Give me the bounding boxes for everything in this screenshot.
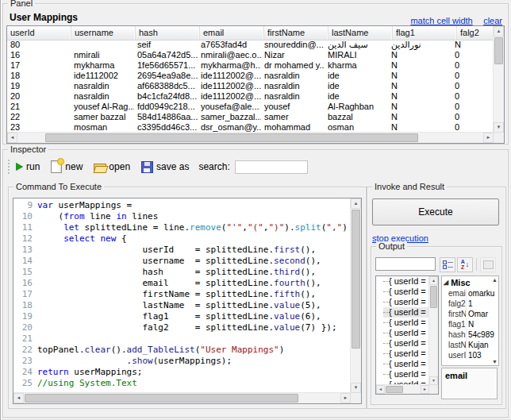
table-cell: af668388dc5...	[134, 81, 198, 91]
scroll-up-icon[interactable]: ▲	[429, 276, 438, 285]
scroll-down-icon[interactable]: ▼	[492, 359, 498, 364]
clear-link[interactable]: clear	[483, 16, 502, 25]
property-name: hash	[442, 329, 467, 340]
tree-item[interactable]: { userId = 10	[383, 359, 429, 369]
scroll-left-icon[interactable]: ◄	[376, 385, 385, 394]
property-row[interactable]: emailomarku	[442, 288, 498, 299]
table-row[interactable]: 22samer bazzal584d14886aa...samer_bazzal…	[7, 112, 494, 122]
tree-item[interactable]: { userId = 10	[383, 338, 429, 349]
property-row[interactable]: lastNameKujan	[442, 340, 498, 350]
property-row[interactable]: flag1N	[442, 319, 498, 329]
property-row[interactable]: firstNameOmar	[442, 309, 498, 319]
table-row[interactable]: 19nasraldinaf668388dc5...ide1112002@...n…	[7, 81, 494, 91]
code-line: 23 .show(userMappings);	[13, 356, 351, 367]
tree-item[interactable]: { userId = 10	[383, 349, 429, 359]
table-cell: yousefa@ale...	[198, 102, 261, 112]
scroll-left-icon[interactable]: ◄	[13, 393, 24, 403]
scroll-up-icon[interactable]: ▲	[494, 26, 504, 37]
code-editor[interactable]: 9var userMappings =10 (from line in line…	[13, 198, 362, 404]
code-area[interactable]: 9var userMappings =10 (from line in line…	[13, 198, 351, 393]
table-horizontal-scrollbar[interactable]: ◄ ►	[7, 132, 494, 143]
table-row[interactable]: 20nasraldinb4c1cfa24fd8...ide1112002@...…	[7, 91, 494, 102]
table-row[interactable]: 17mykharma1fe56d65571...mykharma@h...dr …	[7, 60, 494, 71]
save-as-button[interactable]: save as	[138, 160, 192, 175]
scroll-down-icon[interactable]: ▼	[351, 383, 361, 393]
new-button[interactable]: new	[48, 159, 86, 175]
table-cell: yousef	[261, 102, 325, 112]
scroll-up-icon[interactable]: ▲	[351, 198, 361, 209]
table-vscroll-thumb[interactable]	[494, 37, 503, 64]
table-cell: ide	[325, 71, 388, 81]
scroll-left-icon[interactable]: ◄	[7, 133, 17, 143]
tree-item[interactable]: { userId = 10	[383, 328, 429, 338]
column-header[interactable]: flag1	[393, 26, 457, 40]
tree-hscroll-thumb[interactable]	[386, 386, 403, 393]
column-header[interactable]: username	[71, 26, 136, 40]
output-filter-input[interactable]	[375, 257, 436, 271]
code-line: 19 flag1 = splittedLine.value(6),	[13, 311, 351, 322]
scroll-right-icon[interactable]: ►	[483, 133, 494, 143]
code-text: //using System.Text	[37, 378, 137, 389]
scroll-up-icon[interactable]: ▲	[492, 277, 498, 283]
execute-button[interactable]: Execute	[372, 198, 499, 225]
save-as-button-label: save as	[156, 161, 189, 172]
column-header[interactable]: hash	[136, 26, 200, 40]
output-tree-items: { userId = 10{ userId = 10{ userId = 10{…	[376, 276, 429, 385]
tree-item[interactable]: { userId = 10	[383, 287, 429, 297]
table-cell: samer_bazzal...	[198, 112, 261, 122]
code-line: 24return userMappings;	[13, 367, 351, 378]
table-hscroll-thumb[interactable]	[45, 133, 418, 142]
toolbar-grip-icon[interactable]	[8, 160, 12, 174]
panel-groupbox-label: Panel	[8, 0, 35, 8]
editor-vscroll-thumb[interactable]	[352, 210, 360, 349]
table-row[interactable]: 80seifa7653fad4dsnoureddin@...سيف الدينن…	[7, 40, 494, 50]
property-name: firstName	[442, 309, 467, 319]
code-text: userId = splittedLine.first(),	[37, 245, 316, 256]
property-row[interactable]: hash54c989	[442, 329, 498, 340]
column-header[interactable]: email	[200, 26, 264, 40]
line-number: 23	[13, 356, 37, 367]
column-header[interactable]: firstName	[264, 26, 328, 40]
editor-horizontal-scrollbar[interactable]: ◄ ►	[13, 392, 351, 403]
alphabetical-sort-button[interactable]: AZ ↓	[457, 257, 473, 272]
run-button[interactable]: run	[13, 160, 43, 174]
table-vertical-scrollbar[interactable]: ▲ ▼	[493, 26, 504, 133]
table-row[interactable]: 21yousef Al-Rag...fdd0949c218...yousefa@…	[7, 102, 494, 112]
tree-item[interactable]: { userId = 10	[383, 276, 429, 287]
save-floppy-icon	[141, 161, 153, 173]
scroll-down-icon[interactable]: ▼	[494, 122, 504, 133]
search-input[interactable]	[235, 160, 308, 174]
property-name: falg2	[442, 299, 467, 309]
tree-vscroll-thumb[interactable]	[430, 286, 437, 308]
tree-vertical-scrollbar[interactable]: ▲ ▼	[428, 276, 438, 385]
scroll-right-icon[interactable]: ►	[340, 393, 351, 403]
code-text: select new {	[37, 233, 127, 245]
tree-item[interactable]: { userId = 10	[383, 318, 429, 328]
table-cell: yousef Al-Rag...	[71, 102, 134, 112]
property-row[interactable]: falg21	[442, 299, 498, 309]
table-cell: 05a64a742d5...	[134, 50, 198, 60]
tree-horizontal-scrollbar[interactable]: ◄ ►	[376, 384, 429, 394]
scroll-down-icon[interactable]: ▼	[429, 376, 438, 385]
table-cell: نورالدين	[388, 40, 451, 50]
table-row[interactable]: 16nmirali05a64a742d5...nmirali@aec.o...N…	[7, 50, 494, 60]
property-row[interactable]: userId103	[442, 350, 498, 360]
table-row[interactable]: 18ide111200226954ea9a8e...ide1112002@...…	[7, 71, 494, 81]
tree-item[interactable]: { userId = 10	[383, 307, 429, 318]
property-grid-category[interactable]: ◢ Misc	[442, 276, 498, 288]
open-button[interactable]: open	[90, 160, 133, 174]
column-header[interactable]: userId	[7, 26, 71, 40]
categorized-view-button[interactable]	[440, 257, 455, 272]
tree-item[interactable]: { userId = 10	[383, 369, 429, 380]
editor-vertical-scrollbar[interactable]: ▲ ▼	[350, 198, 361, 393]
table-cell: ide1112002@...	[198, 71, 261, 81]
scroll-right-icon[interactable]: ►	[421, 385, 429, 394]
match-cell-width-link[interactable]: match cell width	[410, 16, 472, 25]
table-cell: ide	[325, 81, 388, 91]
tree-item[interactable]: { userId = 10	[383, 297, 429, 307]
table-cell: N	[388, 50, 451, 60]
property-value: N	[467, 319, 498, 329]
table-cell: 16	[7, 50, 71, 60]
editor-hscroll-thumb[interactable]	[25, 394, 298, 403]
column-header[interactable]: lastName	[328, 26, 393, 40]
